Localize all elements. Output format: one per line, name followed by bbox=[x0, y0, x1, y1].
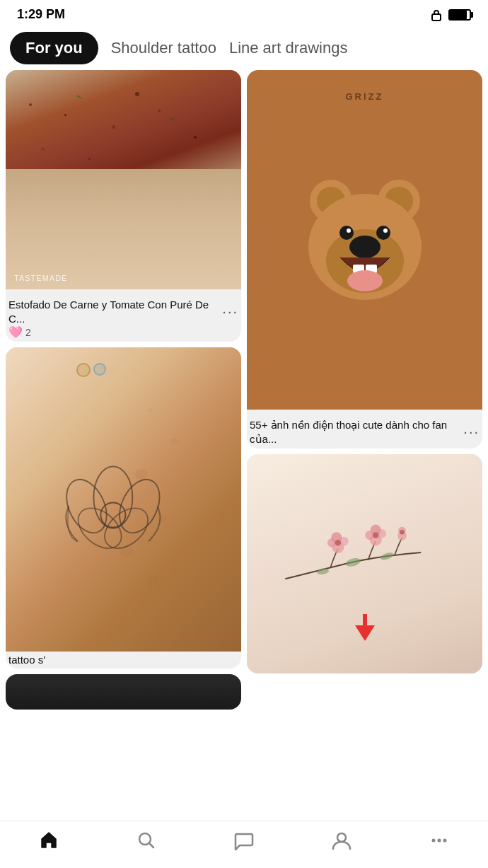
svg-point-17 bbox=[349, 236, 380, 258]
dark-preview-strip bbox=[6, 674, 241, 710]
bear-title: 55+ ảnh nền điện thoại cute dành cho fan… bbox=[250, 418, 463, 446]
meat-image-wrapper: TASTEMADE bbox=[6, 70, 241, 289]
svg-point-14 bbox=[376, 226, 390, 240]
bottom-navigation bbox=[0, 821, 488, 868]
svg-point-15 bbox=[347, 228, 351, 233]
bear-image-wrapper: GRIZZ bbox=[247, 70, 482, 410]
status-icons bbox=[430, 8, 471, 21]
tattoo-description: tattoo s' bbox=[6, 652, 241, 669]
svg-point-20 bbox=[347, 270, 383, 291]
home-icon bbox=[38, 830, 59, 851]
tab-for-you[interactable]: For you bbox=[10, 32, 98, 64]
battery-icon bbox=[448, 9, 471, 21]
right-column: GRIZZ bbox=[247, 70, 482, 710]
svg-rect-0 bbox=[432, 14, 441, 21]
bear-more-button[interactable]: ··· bbox=[463, 424, 480, 440]
svg-point-16 bbox=[383, 228, 388, 233]
svg-point-35 bbox=[380, 551, 395, 562]
meat-meta: Estofado De Carne y Tomate Con Puré De C… bbox=[8, 298, 238, 325]
svg-point-34 bbox=[345, 557, 361, 568]
nav-home[interactable] bbox=[38, 830, 59, 851]
nav-messages[interactable] bbox=[233, 830, 255, 851]
svg-point-6 bbox=[100, 502, 125, 527]
svg-point-38 bbox=[337, 833, 346, 842]
svg-point-39 bbox=[432, 839, 436, 843]
tab-line-art[interactable]: Line art drawings bbox=[229, 33, 348, 63]
category-tabs: For you Shoulder tattoo Line art drawing… bbox=[0, 26, 488, 70]
bear-face-svg bbox=[294, 162, 436, 318]
meat-pin-card[interactable]: TASTEMADE Estofado De Carne y Tomate Con… bbox=[6, 70, 241, 342]
lock-icon bbox=[430, 8, 443, 21]
bear-pin-card[interactable]: GRIZZ bbox=[247, 70, 482, 449]
floral-branch-svg bbox=[270, 498, 458, 630]
more-dots-icon bbox=[429, 830, 450, 851]
search-icon bbox=[136, 830, 157, 851]
bear-description: 55+ ảnh nền điện thoại cute dành cho fan… bbox=[247, 410, 482, 449]
svg-point-30 bbox=[373, 532, 379, 538]
person-icon bbox=[331, 830, 352, 851]
tattoo-title: tattoo s' bbox=[8, 654, 45, 666]
arm-tattoo-image-wrapper bbox=[6, 347, 241, 652]
svg-point-13 bbox=[339, 226, 354, 240]
pins-grid: TASTEMADE Estofado De Carne y Tomate Con… bbox=[0, 70, 488, 710]
heart-icon: 🩷 bbox=[8, 325, 23, 339]
meat-likes: 🩷 2 bbox=[8, 325, 238, 339]
meat-title: Estofado De Carne y Tomate Con Puré De C… bbox=[8, 298, 222, 325]
bear-label: GRIZZ bbox=[346, 91, 384, 102]
arm-tattoo-pin-card[interactable]: tattoo s' bbox=[6, 347, 241, 669]
bear-meta: 55+ ảnh nền điện thoại cute dành cho fan… bbox=[250, 418, 480, 446]
svg-point-25 bbox=[335, 540, 342, 546]
bear-image: GRIZZ bbox=[247, 70, 482, 410]
svg-point-41 bbox=[443, 839, 447, 843]
nav-more[interactable] bbox=[429, 830, 450, 851]
message-icon bbox=[233, 830, 255, 851]
status-time: 1:29 PM bbox=[17, 7, 65, 22]
meat-more-button[interactable]: ··· bbox=[222, 303, 238, 320]
tab-shoulder-tattoo[interactable]: Shoulder tattoo bbox=[111, 33, 216, 63]
left-column: TASTEMADE Estofado De Carne y Tomate Con… bbox=[6, 70, 241, 710]
arm-tattoo-image bbox=[6, 347, 241, 652]
meat-description: Estofado De Carne y Tomate Con Puré De C… bbox=[6, 289, 241, 342]
floral-tattoo-image bbox=[247, 454, 482, 673]
tattoo-flower-svg bbox=[25, 424, 202, 606]
svg-point-33 bbox=[400, 530, 405, 534]
floral-tattoo-pin-card[interactable] bbox=[247, 454, 482, 673]
meat-likes-count: 2 bbox=[25, 327, 31, 338]
meat-watermark: TASTEMADE bbox=[14, 274, 67, 282]
meat-image: TASTEMADE bbox=[6, 70, 241, 289]
status-bar: 1:29 PM bbox=[0, 0, 488, 26]
svg-point-40 bbox=[438, 839, 441, 843]
main-content: TASTEMADE Estofado De Carne y Tomate Con… bbox=[0, 70, 488, 773]
floral-image-wrapper bbox=[247, 454, 482, 673]
nav-search[interactable] bbox=[136, 830, 157, 851]
nav-profile[interactable] bbox=[331, 830, 352, 851]
red-arrow-indicator bbox=[355, 614, 375, 641]
